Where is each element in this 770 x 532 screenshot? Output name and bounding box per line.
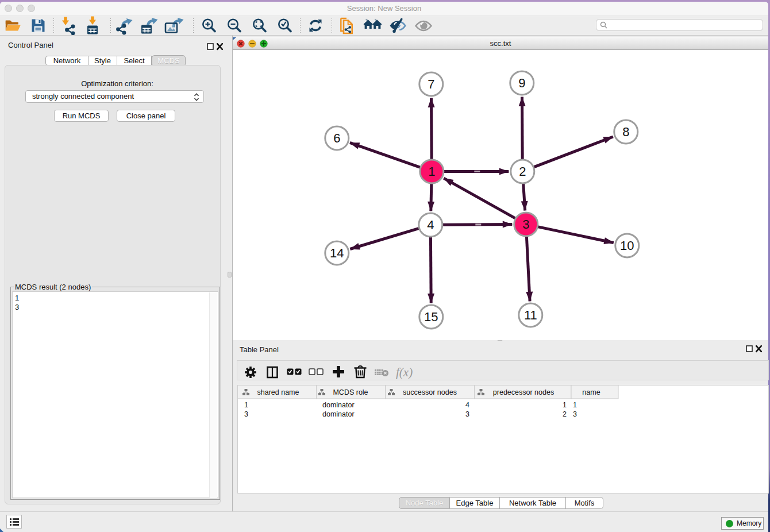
- svg-text:14: 14: [330, 246, 344, 260]
- svg-text:8: 8: [622, 125, 629, 139]
- svg-text:shared name: shared name: [257, 388, 299, 396]
- svg-text:MCDS role: MCDS role: [333, 388, 368, 396]
- svg-text:9: 9: [518, 76, 525, 90]
- svg-text:11: 11: [524, 308, 537, 322]
- svg-text:1: 1: [428, 164, 435, 179]
- svg-text:4: 4: [427, 218, 434, 232]
- svg-text:15: 15: [424, 310, 438, 324]
- svg-text:2: 2: [519, 164, 526, 179]
- svg-text:3: 3: [522, 217, 529, 232]
- svg-text:successor nodes: successor nodes: [403, 388, 457, 396]
- svg-text:10: 10: [620, 238, 634, 253]
- svg-text:f(x): f(x): [396, 365, 413, 379]
- svg-text:6: 6: [333, 131, 340, 145]
- svg-text:name: name: [582, 388, 600, 396]
- svg-text:7: 7: [428, 77, 434, 91]
- svg-text:predecessor nodes: predecessor nodes: [493, 388, 554, 396]
